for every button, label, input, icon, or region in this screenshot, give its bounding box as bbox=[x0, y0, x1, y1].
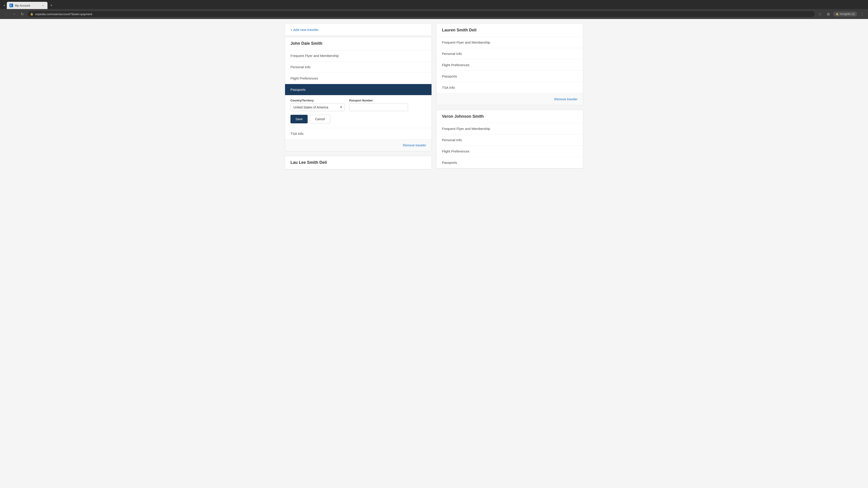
page-content: + Add new traveler John Dale Smith Frequ… bbox=[0, 19, 868, 488]
traveler-card-lauren: Lauren Smith Deli Frequent Flyer and Mem… bbox=[436, 24, 583, 105]
country-label: Country/Territory bbox=[290, 99, 345, 102]
country-select[interactable]: United States of America bbox=[290, 103, 345, 111]
passport-number-label: Passport Number bbox=[349, 99, 408, 102]
incognito-btn[interactable]: 🕵 Incognito (2) bbox=[833, 11, 857, 17]
menu-item-flight-prefs-veron[interactable]: Flight Preferences bbox=[436, 146, 583, 157]
content-wrapper: + Add new traveler John Dale Smith Frequ… bbox=[276, 19, 592, 174]
tab-favicon: E bbox=[9, 4, 13, 7]
remove-traveler-row-john: Remove traveler bbox=[285, 139, 432, 151]
menu-item-flight-prefs-john[interactable]: Flight Preferences bbox=[285, 73, 432, 84]
remove-traveler-link-john[interactable]: Remove traveler bbox=[403, 143, 426, 147]
menu-item-personal-info-veron[interactable]: Personal Info bbox=[436, 134, 583, 146]
cancel-button[interactable]: Cancel bbox=[310, 115, 330, 123]
tab-expand-btn[interactable]: ▾ bbox=[2, 3, 7, 8]
passport-form-john: Country/Territory United States of Ameri… bbox=[285, 95, 432, 128]
bookmark-btn[interactable]: ☆ bbox=[817, 11, 823, 17]
svg-text:E: E bbox=[10, 4, 12, 7]
passport-form-actions: Save Cancel bbox=[290, 115, 426, 123]
menu-item-passports-veron[interactable]: Passports bbox=[436, 157, 583, 168]
forward-btn[interactable]: → bbox=[11, 11, 17, 17]
back-btn[interactable]: ← bbox=[3, 11, 9, 17]
menu-item-frequent-flyer-john[interactable]: Frequent Flyer and Membership bbox=[285, 50, 432, 61]
menu-item-flight-prefs-lauren[interactable]: Flight Preferences bbox=[436, 59, 583, 71]
passport-form-row: Country/Territory United States of Ameri… bbox=[290, 99, 426, 111]
lock-icon: 🔒 bbox=[30, 12, 33, 15]
menu-item-frequent-flyer-lauren[interactable]: Frequent Flyer and Membership bbox=[436, 37, 583, 48]
menu-btn[interactable]: ⋮ bbox=[859, 11, 865, 17]
left-column: + Add new traveler John Dale Smith Frequ… bbox=[285, 24, 432, 169]
url-text: expedia.com/user/account/?&selc=payment bbox=[35, 12, 812, 16]
tab-label: My Account bbox=[15, 4, 39, 7]
menu-item-personal-info-john[interactable]: Personal Info bbox=[285, 61, 432, 73]
traveler-name-lauren: Lauren Smith Deli bbox=[436, 24, 583, 37]
menu-item-passports-lauren[interactable]: Passports bbox=[436, 71, 583, 82]
traveler-name-john: John Dale Smith bbox=[285, 37, 432, 50]
traveler-name-lau-lee: Lau Lee Smith Deli bbox=[285, 156, 432, 169]
menu-item-personal-info-lauren[interactable]: Personal Info bbox=[436, 48, 583, 59]
passport-number-group: Passport Number bbox=[349, 99, 408, 111]
traveler-card-veron: Veron Johnson Smith Frequent Flyer and M… bbox=[436, 110, 583, 168]
tab-close-btn[interactable]: × bbox=[41, 4, 45, 7]
add-traveler-link[interactable]: + Add new traveler bbox=[290, 28, 319, 32]
new-tab-btn[interactable]: + bbox=[49, 2, 55, 9]
traveler-card-lau-lee: Lau Lee Smith Deli bbox=[285, 156, 432, 169]
browser-tab-active[interactable]: E My Account × bbox=[7, 2, 48, 9]
menu-item-frequent-flyer-veron[interactable]: Frequent Flyer and Membership bbox=[436, 123, 583, 134]
remove-traveler-row-lauren: Remove traveler bbox=[436, 93, 583, 105]
incognito-icon: 🕵 bbox=[835, 12, 839, 15]
passport-number-input[interactable] bbox=[349, 103, 408, 111]
menu-item-tsa-lauren[interactable]: TSA Info bbox=[436, 82, 583, 93]
remove-traveler-link-lauren[interactable]: Remove traveler bbox=[554, 97, 578, 101]
country-group: Country/Territory United States of Ameri… bbox=[290, 99, 345, 111]
incognito-label: Incognito (2) bbox=[840, 12, 855, 15]
address-bar[interactable]: 🔒 expedia.com/user/account/?&selc=paymen… bbox=[27, 11, 815, 18]
reload-btn[interactable]: ↻ bbox=[19, 11, 25, 17]
traveler-card-john: John Dale Smith Frequent Flyer and Membe… bbox=[285, 37, 432, 151]
browser-tabs: ▾ E My Account × + bbox=[0, 0, 868, 9]
save-button[interactable]: Save bbox=[290, 115, 308, 123]
traveler-name-veron: Veron Johnson Smith bbox=[436, 110, 583, 123]
menu-item-passports-john[interactable]: Passports bbox=[285, 84, 432, 95]
extensions-btn[interactable]: ⊞ bbox=[825, 11, 831, 17]
add-traveler-banner: + Add new traveler bbox=[285, 24, 432, 36]
right-column: Lauren Smith Deli Frequent Flyer and Mem… bbox=[436, 24, 583, 169]
browser-chrome: ▾ E My Account × + ← → ↻ 🔒 expedia.com/u… bbox=[0, 0, 868, 19]
browser-toolbar: ← → ↻ 🔒 expedia.com/user/account/?&selc=… bbox=[0, 9, 868, 19]
menu-item-tsa-john[interactable]: TSA Info bbox=[285, 128, 432, 139]
